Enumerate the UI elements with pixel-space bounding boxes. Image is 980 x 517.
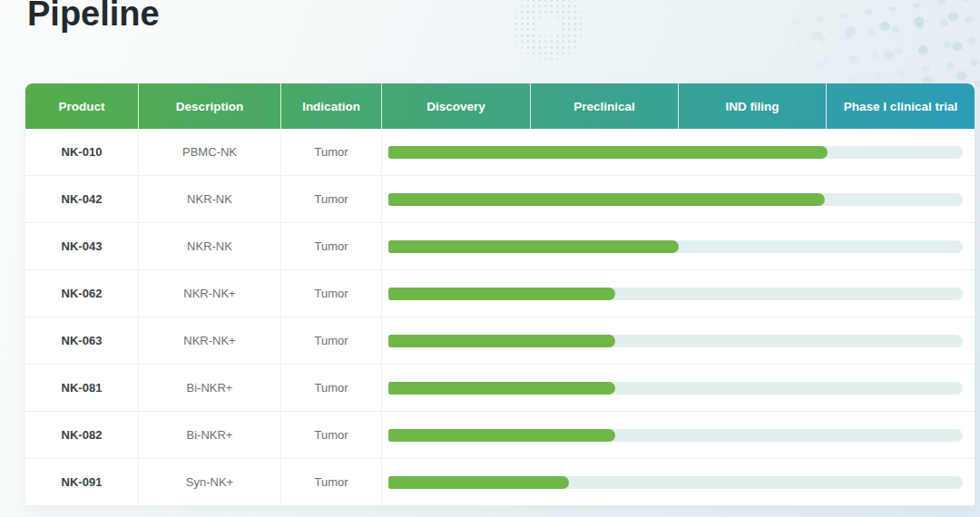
progress-track xyxy=(388,335,963,347)
table-row: NK-010 PBMC-NK Tumor xyxy=(25,129,975,176)
progress-track xyxy=(388,240,963,253)
progress-bar xyxy=(388,193,825,206)
table-row: NK-043 NKR-NK Tumor xyxy=(25,223,975,270)
progress-cell xyxy=(382,317,975,364)
product-cell: NK-063 xyxy=(25,317,139,364)
description-cell: Bi-NKR+ xyxy=(139,412,281,458)
indication-cell: Tumor xyxy=(281,365,382,411)
progress-cell xyxy=(382,459,975,505)
product-cell: NK-042 xyxy=(25,176,139,222)
description-cell: NKR-NK+ xyxy=(139,270,281,317)
description-cell: Bi-NKR+ xyxy=(139,365,281,411)
progress-cell xyxy=(382,223,975,269)
description-cell: PBMC-NK xyxy=(139,129,281,175)
progress-track xyxy=(388,476,963,489)
progress-track xyxy=(388,288,963,300)
description-cell: NKR-NK xyxy=(139,223,281,269)
product-cell: NK-010 xyxy=(25,129,139,175)
table-body: NK-010 PBMC-NK Tumor NK-042 NKR-NK Tumor… xyxy=(25,129,975,506)
progress-track xyxy=(388,193,963,206)
indication-cell: Tumor xyxy=(281,223,382,269)
progress-bar xyxy=(388,335,615,347)
page: Pipeline ProductDescriptionIndicationDis… xyxy=(0,0,980,517)
progress-cell xyxy=(382,365,975,411)
progress-cell xyxy=(382,270,975,317)
header-cell-phase-i-clinical-trial: Phase I clinical trial xyxy=(827,83,975,129)
description-cell: NKR-NK xyxy=(139,176,281,222)
header-cell-ind-filing: IND filing xyxy=(679,83,827,129)
description-cell: Syn-NK+ xyxy=(139,459,281,505)
progress-bar xyxy=(388,240,679,253)
table-row: NK-042 NKR-NK Tumor xyxy=(25,176,975,223)
table-row: NK-081 Bi-NKR+ Tumor xyxy=(25,365,975,412)
header-cell-product: Product xyxy=(25,83,139,129)
progress-cell xyxy=(382,176,975,222)
progress-bar xyxy=(388,429,615,442)
halftone-swirl-decoration xyxy=(495,0,603,69)
description-cell: NKR-NK+ xyxy=(139,317,281,364)
indication-cell: Tumor xyxy=(281,129,382,175)
page-title: Pipeline xyxy=(27,0,160,34)
pipeline-table: ProductDescriptionIndicationDiscoveryPre… xyxy=(25,83,975,506)
indication-cell: Tumor xyxy=(281,412,382,458)
progress-track xyxy=(388,382,963,395)
header-cell-indication: Indication xyxy=(281,83,382,129)
indication-cell: Tumor xyxy=(281,270,382,317)
header-cell-discovery: Discovery xyxy=(382,83,531,129)
product-cell: NK-091 xyxy=(25,459,139,505)
header-cell-preclinical: Preclinical xyxy=(531,83,679,129)
progress-track xyxy=(388,146,963,159)
indication-cell: Tumor xyxy=(281,459,382,505)
product-cell: NK-062 xyxy=(25,270,139,317)
progress-cell xyxy=(382,412,975,458)
indication-cell: Tumor xyxy=(281,176,382,222)
indication-cell: Tumor xyxy=(281,317,382,364)
progress-bar xyxy=(388,476,569,489)
table-row: NK-082 Bi-NKR+ Tumor xyxy=(25,412,975,459)
table-row: NK-063 NKR-NK+ Tumor xyxy=(25,317,975,365)
product-cell: NK-043 xyxy=(25,223,139,269)
table-row: NK-091 Syn-NK+ Tumor xyxy=(25,459,975,506)
progress-bar xyxy=(388,288,615,300)
table-row: NK-062 NKR-NK+ Tumor xyxy=(25,270,975,317)
progress-track xyxy=(388,429,963,442)
progress-cell xyxy=(382,129,975,175)
product-cell: NK-082 xyxy=(25,412,139,458)
header-cell-description: Description xyxy=(139,83,281,129)
product-cell: NK-081 xyxy=(25,365,139,411)
progress-bar xyxy=(388,146,828,159)
table-header-row: ProductDescriptionIndicationDiscoveryPre… xyxy=(25,83,975,129)
progress-bar xyxy=(388,382,615,395)
